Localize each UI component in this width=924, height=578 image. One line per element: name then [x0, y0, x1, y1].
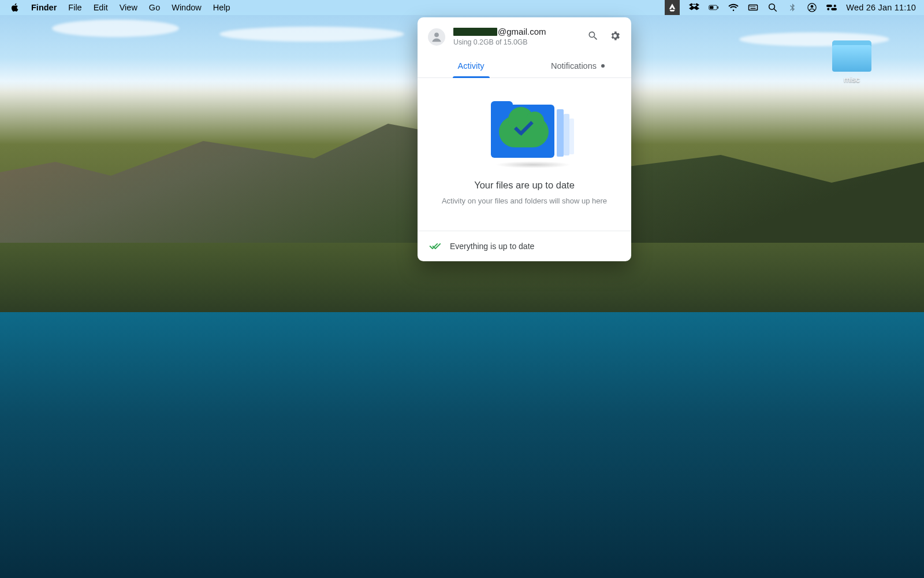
folder-icon [832, 40, 871, 72]
dropbox-icon[interactable] [689, 2, 699, 13]
battery-icon[interactable] [709, 2, 719, 13]
sync-status-subtitle: Activity on your files and folders will … [434, 197, 615, 205]
drive-panel-header: @gmail.com Using 0.2GB of 15.0GB [418, 17, 631, 55]
keyboard-input-icon[interactable] [748, 2, 758, 13]
svg-rect-8 [755, 6, 756, 7]
svg-rect-9 [751, 8, 756, 9]
menu-item-help[interactable]: Help [213, 3, 230, 12]
google-drive-panel: @gmail.com Using 0.2GB of 15.0GB Activit… [418, 17, 631, 261]
account-avatar[interactable] [428, 28, 445, 46]
desktop-folder-misc[interactable]: misc [826, 40, 878, 84]
gear-icon[interactable] [609, 30, 621, 44]
google-drive-menubar-icon[interactable] [665, 0, 680, 15]
menu-bar: Finder File Edit View Go Window Help [0, 0, 924, 15]
control-center-icon[interactable] [826, 2, 837, 13]
search-icon[interactable] [587, 30, 599, 44]
drive-panel-footer: Everything is up to date [418, 231, 631, 261]
svg-rect-2 [710, 6, 713, 9]
email-suffix: @gmail.com [498, 27, 546, 38]
svg-point-18 [434, 32, 439, 37]
drive-tabs: Activity Notifications [418, 55, 631, 78]
wifi-icon[interactable] [728, 2, 739, 13]
svg-rect-1 [718, 6, 718, 9]
svg-line-11 [774, 9, 777, 12]
svg-rect-7 [753, 6, 754, 7]
footer-status-text: Everything is up to date [450, 242, 534, 251]
menu-item-view[interactable]: View [120, 3, 137, 12]
spotlight-search-icon[interactable] [767, 2, 778, 13]
svg-point-13 [811, 5, 814, 8]
user-account-icon[interactable] [807, 2, 817, 13]
menu-clock[interactable]: Wed 26 Jan 11:10 [846, 3, 916, 12]
redacted-username [453, 28, 497, 36]
sync-status-title: Your files are up to date [434, 180, 615, 191]
synced-files-illustration [478, 101, 571, 165]
svg-rect-6 [751, 6, 752, 7]
apple-icon[interactable] [10, 3, 20, 12]
drive-panel-body: Your files are up to date Activity on yo… [418, 78, 631, 231]
svg-rect-14 [826, 5, 832, 7]
tab-notifications-label: Notifications [551, 61, 597, 71]
menu-item-edit[interactable]: Edit [94, 3, 108, 12]
menu-item-window[interactable]: Window [172, 3, 202, 12]
svg-point-16 [828, 8, 830, 10]
menu-item-go[interactable]: Go [149, 3, 160, 12]
double-check-icon [429, 240, 441, 252]
menu-app-name[interactable]: Finder [31, 3, 57, 12]
desktop-folder-label: misc [826, 75, 878, 84]
notification-dot-badge [601, 64, 605, 68]
svg-rect-5 [750, 6, 751, 7]
bluetooth-off-icon[interactable] [787, 2, 798, 13]
storage-usage-text: Using 0.2GB of 15.0GB [453, 38, 579, 47]
svg-point-15 [834, 5, 836, 7]
tab-activity-label: Activity [458, 61, 485, 71]
svg-point-10 [769, 4, 775, 10]
svg-rect-17 [832, 8, 837, 10]
account-email: @gmail.com [453, 27, 579, 38]
tab-activity[interactable]: Activity [418, 55, 524, 77]
menu-item-file[interactable]: File [68, 3, 81, 12]
tab-notifications[interactable]: Notifications [524, 55, 631, 77]
